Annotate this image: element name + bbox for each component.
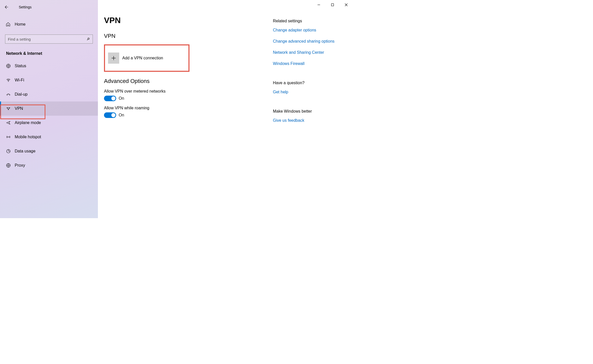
sidebar-item-label: Dial-up: [15, 92, 28, 97]
close-button[interactable]: [339, 1, 353, 9]
status-icon: [6, 64, 11, 68]
toggle-switch-roaming[interactable]: [104, 112, 116, 118]
datausage-icon: [6, 149, 11, 153]
related-settings-heading: Related settings: [273, 19, 348, 23]
toggle-state: On: [119, 96, 124, 101]
minimize-button[interactable]: [312, 1, 326, 9]
svg-point-1: [8, 81, 9, 82]
toggle-row-metered: Allow VPN over metered networks On: [104, 89, 273, 101]
sidebar-item-status[interactable]: Status: [0, 59, 98, 73]
link-network-sharing-center[interactable]: Network and Sharing Center: [273, 50, 348, 55]
link-windows-firewall[interactable]: Windows Firewall: [273, 61, 348, 66]
add-vpn-label: Add a VPN connection: [122, 56, 163, 60]
add-vpn-button[interactable]: Add a VPN connection: [106, 50, 185, 66]
svg-point-3: [9, 95, 10, 96]
search-icon: 🔍︎: [86, 37, 90, 41]
main: VPN VPN Add a VPN connection Advanced Op…: [98, 0, 354, 218]
question-heading: Have a question?: [273, 81, 348, 85]
window-title: Settings: [19, 5, 32, 9]
link-get-help[interactable]: Get help: [273, 90, 348, 94]
link-change-adapter[interactable]: Change adapter options: [273, 28, 348, 32]
toggle-state: On: [119, 113, 124, 117]
sidebar: Settings Home 🔍︎ Network & Internet Stat…: [0, 0, 98, 218]
sidebar-item-label: Data usage: [15, 149, 36, 153]
search-input[interactable]: [8, 37, 86, 41]
sidebar-item-vpn[interactable]: VPN: [0, 101, 98, 116]
sidebar-item-label: Wi-Fi: [15, 78, 24, 82]
highlight-box-add-vpn: Add a VPN connection: [104, 44, 189, 72]
sidebar-item-label: VPN: [15, 106, 23, 111]
sidebar-item-label: Status: [15, 64, 26, 68]
sidebar-item-dialup[interactable]: Dial-up: [0, 87, 98, 101]
advanced-options-heading: Advanced Options: [104, 78, 273, 84]
link-give-feedback[interactable]: Give us feedback: [273, 118, 348, 123]
link-advanced-sharing[interactable]: Change advanced sharing options: [273, 39, 348, 44]
plus-icon: [108, 53, 119, 64]
back-icon[interactable]: [4, 5, 10, 9]
svg-point-2: [7, 95, 8, 96]
sidebar-section-title: Network & Internet: [6, 51, 98, 56]
sidebar-item-proxy[interactable]: Proxy: [0, 158, 98, 172]
maximize-button[interactable]: [326, 1, 339, 9]
window-controls: [312, 1, 353, 9]
feedback-heading: Make Windows better: [273, 109, 348, 114]
airplane-icon: [6, 120, 11, 125]
sidebar-item-label: Proxy: [15, 163, 25, 168]
sidebar-item-label: Airplane mode: [15, 120, 41, 125]
search-box[interactable]: 🔍︎: [5, 34, 93, 44]
home-icon: [5, 22, 11, 27]
page-title: VPN: [104, 16, 273, 25]
right-rail: Related settings Change adapter options …: [273, 4, 354, 218]
home-label: Home: [15, 22, 26, 27]
sidebar-item-label: Mobile hotspot: [15, 135, 41, 139]
toggle-label: Allow VPN while roaming: [104, 106, 273, 110]
wifi-icon: [6, 78, 11, 82]
toggle-row-roaming: Allow VPN while roaming On: [104, 106, 273, 118]
sidebar-item-home[interactable]: Home: [0, 19, 98, 30]
content: VPN VPN Add a VPN connection Advanced Op…: [104, 4, 273, 218]
svg-rect-11: [332, 4, 334, 6]
sidebar-item-datausage[interactable]: Data usage: [0, 144, 98, 158]
toggle-label: Allow VPN over metered networks: [104, 89, 273, 94]
titlebar-left: Settings: [0, 2, 98, 12]
dialup-icon: [6, 92, 11, 97]
sidebar-item-wifi[interactable]: Wi-Fi: [0, 73, 98, 87]
toggle-switch-metered[interactable]: [104, 96, 116, 101]
vpn-icon: [6, 106, 11, 111]
vpn-subheader: VPN: [104, 33, 273, 39]
sidebar-item-airplane[interactable]: Airplane mode: [0, 116, 98, 130]
sidebar-item-hotspot[interactable]: Mobile hotspot: [0, 130, 98, 144]
proxy-icon: [6, 163, 11, 168]
svg-point-7: [8, 137, 9, 137]
hotspot-icon: [6, 135, 11, 139]
